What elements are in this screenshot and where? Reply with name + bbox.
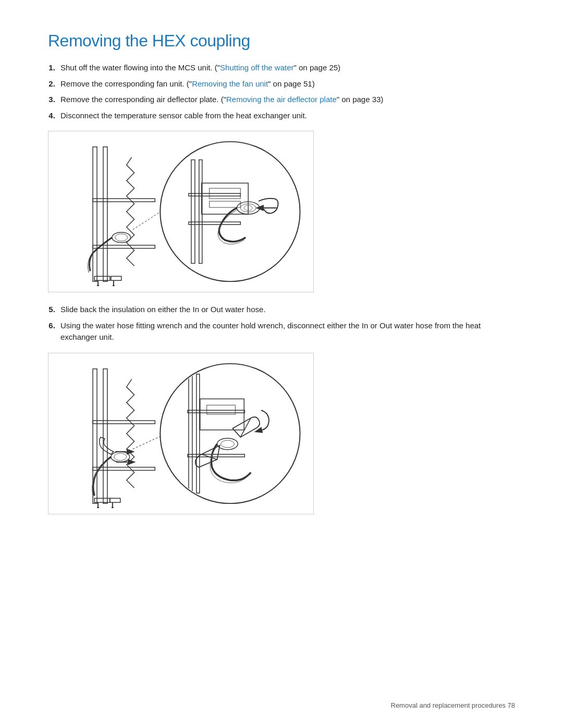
step-2-text-before: Remove the corresponding fan unit. (" — [60, 79, 192, 88]
figure-2 — [48, 353, 314, 514]
figure-1 — [48, 131, 314, 292]
page-title: Removing the HEX coupling — [48, 31, 515, 51]
step-2-text-after: " on page 51) — [268, 79, 315, 88]
svg-point-43 — [160, 363, 300, 503]
step-1-text-before: Shut off the water flowing into the MCS … — [60, 63, 220, 72]
step-2: Remove the corresponding fan unit. ("Rem… — [57, 78, 515, 90]
step-6-text: Using the water hose fitting wrench and … — [60, 321, 481, 342]
footer-page: 78 — [508, 701, 515, 709]
step-1-link[interactable]: Shutting off the water — [220, 63, 293, 72]
step-4: Disconnect the temperature sensor cable … — [57, 110, 515, 122]
page-content: Removing the HEX coupling Shut off the w… — [0, 0, 563, 567]
step-2-link[interactable]: Removing the fan unit — [192, 79, 268, 88]
step-6: Using the water hose fitting wrench and … — [57, 320, 515, 343]
figure-2-svg — [48, 353, 313, 514]
step-3-text-before: Remove the corresponding air deflector p… — [60, 95, 226, 104]
step-5: Slide back the insulation on either the … — [57, 304, 515, 316]
step-3: Remove the corresponding air deflector p… — [57, 94, 515, 106]
step-3-text-after: " on page 33) — [337, 95, 384, 104]
page-footer: Removal and replacement procedures 78 — [391, 701, 516, 709]
footer-text: Removal and replacement procedures — [391, 701, 506, 709]
steps-list: Shut off the water flowing into the MCS … — [57, 62, 515, 121]
step-1: Shut off the water flowing into the MCS … — [57, 62, 515, 74]
figure-1-svg — [48, 131, 313, 292]
step-3-link[interactable]: Removing the air deflector plate — [226, 95, 337, 104]
steps-list-2: Slide back the insulation on either the … — [57, 304, 515, 343]
step-1-text-after: " on page 25) — [294, 63, 341, 72]
